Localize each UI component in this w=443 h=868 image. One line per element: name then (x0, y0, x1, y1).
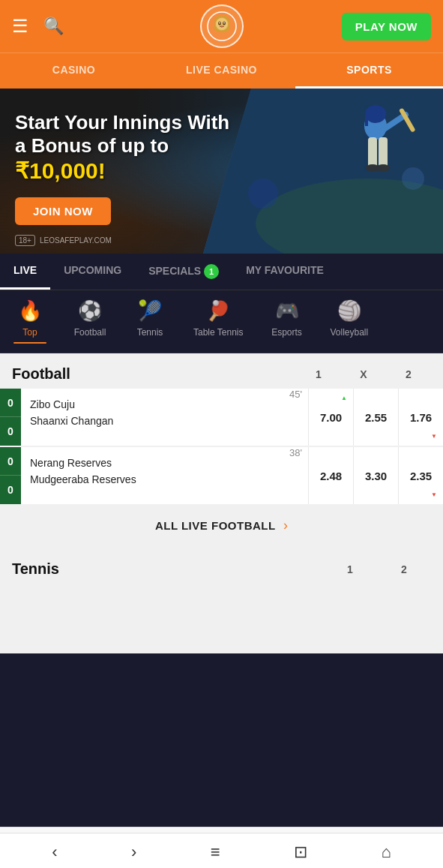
filter-tab-live[interactable]: LIVE (0, 254, 50, 290)
volleyball-label: Volleyball (331, 327, 369, 338)
tennis-section-header: Tennis 1 2 (0, 554, 443, 584)
age-badge: 18+ (15, 235, 35, 246)
tennis-section: Tennis 1 2 (0, 547, 443, 584)
home-team-2: Nerang Reserves (30, 455, 280, 471)
sport-icon-table-tennis[interactable]: 🏓 Table Tennis (180, 299, 257, 344)
main-content: Football 1 X 2 0 0 Zibo Cuju Shaanxi Cha… (0, 353, 443, 653)
table-row: 0 0 Nerang Reserves Mudgeeraba Reserves … (0, 447, 443, 504)
join-now-button[interactable]: JOIN NOW (15, 197, 111, 225)
nav-tab-casino[interactable]: CASINO (0, 53, 148, 89)
svg-point-20 (402, 167, 424, 190)
back-button[interactable]: ‹ (52, 842, 57, 862)
nav-tab-sports[interactable]: SPORTS (295, 53, 443, 89)
match-time-1: 45' (289, 389, 302, 446)
all-live-label: ALL LIVE FOOTBALL (155, 519, 276, 532)
odds-header-x: X (341, 368, 386, 380)
away-score-1: 0 (0, 417, 21, 446)
banner-footer: 18+ LEOSAFEPLAY.COM (15, 235, 112, 246)
odd-1-away[interactable]: 1.76 (398, 389, 443, 446)
header-left: ☰ 🔍 (12, 16, 64, 37)
sport-icons-row: 🔥 Top ⚽ Football 🎾 Tennis 🏓 Table Tennis… (0, 290, 443, 353)
odds-row-2: 2.48 3.30 2.35 (308, 447, 443, 504)
active-underline (13, 342, 46, 344)
odds-col-headers: 1 X 2 (296, 368, 431, 380)
menu-button[interactable]: ≡ (211, 842, 220, 862)
home-score-1: 0 (0, 389, 21, 417)
odd-1-draw[interactable]: 2.55 (353, 389, 398, 446)
odds-row-1: 7.00 2.55 1.76 (308, 389, 443, 446)
odd-2-home[interactable]: 2.48 (308, 447, 353, 504)
table-row: 0 0 Zibo Cuju Shaanxi Changan 45' 7.00 2… (0, 389, 443, 446)
hamburger-icon[interactable]: ☰ (12, 16, 28, 37)
site-label: LEOSAFEPLAY.COM (40, 236, 112, 245)
volleyball-icon: 🏐 (337, 299, 361, 323)
nav-tab-live-casino[interactable]: LIVE CASINO (148, 53, 295, 89)
svg-point-11 (365, 105, 386, 123)
play-now-button[interactable]: PLAY NOW (342, 13, 431, 41)
sport-icon-football[interactable]: ⚽ Football (60, 299, 120, 344)
svg-rect-12 (365, 117, 368, 126)
phone-nav-bar: ‹ › ≡ ⊡ ⌂ (0, 833, 443, 868)
main-nav: CASINO LIVE CASINO SPORTS (0, 53, 443, 89)
all-live-football-link[interactable]: ALL LIVE FOOTBALL › (0, 504, 443, 547)
tennis-label: Tennis (137, 327, 163, 338)
window-button[interactable]: ⊡ (294, 842, 307, 862)
promo-banner: Start Your Innings With a Bonus of up to… (0, 89, 443, 254)
table-tennis-icon: 🏓 (206, 299, 230, 323)
filter-tab-upcoming[interactable]: UPCOMING (50, 254, 135, 290)
match-time-2: 38' (289, 447, 302, 504)
svg-rect-16 (379, 137, 388, 167)
football-section: Football 1 X 2 0 0 Zibo Cuju Shaanxi Cha… (0, 353, 443, 547)
football-title: Football (12, 365, 70, 383)
home-team-1: Zibo Cuju (30, 396, 280, 413)
away-score-2: 0 (0, 476, 21, 504)
home-button[interactable]: ⌂ (381, 842, 391, 862)
fire-icon: 🔥 (18, 299, 42, 323)
svg-rect-15 (368, 137, 377, 167)
tennis-odds-header-2: 2 (377, 563, 431, 575)
forward-button[interactable]: › (131, 842, 136, 862)
football-icon: ⚽ (78, 299, 102, 323)
sport-icon-tennis[interactable]: 🎾 Tennis (120, 299, 180, 344)
esports-label: Esports (271, 327, 302, 338)
odd-2-away[interactable]: 2.35 (398, 447, 443, 504)
svg-point-7 (220, 26, 223, 27)
score-column-2: 0 0 (0, 447, 21, 504)
filter-tab-favourites[interactable]: MY FAVOURITE (232, 254, 337, 290)
odd-1-home[interactable]: 7.00 (308, 389, 353, 446)
score-column-1: 0 0 (0, 389, 21, 446)
filter-tab-specials[interactable]: SPECIALS1 (135, 254, 232, 290)
away-team-2: Mudgeeraba Reserves (30, 471, 280, 488)
banner-amount: ₹10,000! (15, 158, 240, 184)
odds-header-1: 1 (296, 368, 341, 380)
search-icon[interactable]: 🔍 (43, 17, 64, 36)
odds-header-2: 2 (386, 368, 431, 380)
filter-tabs: LIVE UPCOMING SPECIALS1 MY FAVOURITE (0, 254, 443, 290)
sport-icon-volleyball[interactable]: 🏐 Volleyball (317, 299, 382, 344)
match-info-2: Nerang Reserves Mudgeeraba Reserves (21, 447, 289, 504)
sport-icon-esports[interactable]: 🎮 Esports (257, 299, 317, 344)
tennis-icon: 🎾 (138, 299, 162, 323)
match-info-1: Zibo Cuju Shaanxi Changan (21, 389, 289, 446)
banner-title: Start Your Innings With a Bonus of up to (15, 111, 240, 158)
sport-icon-top[interactable]: 🔥 Top (0, 299, 60, 344)
logo-circle (200, 5, 244, 48)
specials-badge: 1 (204, 264, 219, 279)
svg-point-18 (376, 164, 390, 172)
logo-svg (207, 11, 237, 41)
logo-container (200, 5, 244, 48)
top-label: Top (22, 327, 37, 338)
svg-point-2 (216, 18, 228, 30)
banner-text-block: Start Your Innings With a Bonus of up to… (15, 111, 240, 184)
esports-icon: 🎮 (275, 299, 299, 323)
odd-2-draw[interactable]: 3.30 (353, 447, 398, 504)
tennis-title: Tennis (12, 560, 59, 578)
away-team-1: Shaanxi Changan (30, 413, 280, 429)
home-score-2: 0 (0, 447, 21, 476)
svg-point-6 (223, 23, 225, 24)
app-header: ☰ 🔍 PLAY NOW (0, 0, 443, 53)
tennis-odds-header-1: 1 (323, 563, 377, 575)
football-section-header: Football 1 X 2 (0, 353, 443, 389)
svg-point-19 (248, 179, 278, 209)
football-label: Football (74, 327, 106, 338)
